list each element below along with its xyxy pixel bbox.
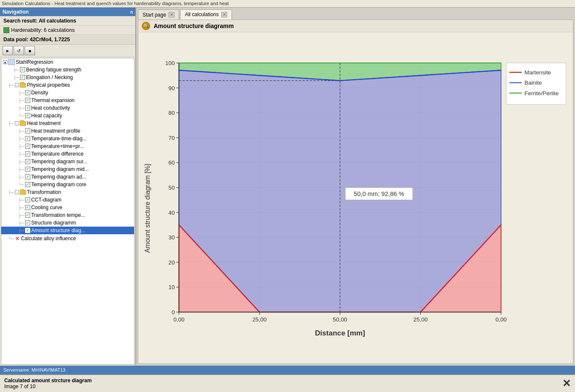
connector-transformation: ├─: [8, 190, 14, 195]
checkbox-temper-mid[interactable]: [25, 167, 30, 172]
tree-item-heat-treatment[interactable]: ├─ - Heat treatment: [1, 119, 134, 127]
svg-text:10: 10: [169, 284, 175, 290]
svg-text:20: 20: [169, 259, 175, 266]
data-pool: Data pool: 42CrMo4, 1.7225: [0, 35, 135, 45]
connector-amount-struct: ├─: [18, 228, 24, 233]
tree-item-heat-cap[interactable]: └─ Heat capacity: [1, 112, 134, 119]
label-transformation: Transformation: [27, 189, 61, 195]
legend-bainite-label: Bainite: [524, 80, 542, 86]
label-cct: CCT-diagram: [31, 197, 61, 203]
tab-start-close[interactable]: ✕: [169, 12, 175, 17]
checkbox-trans-temp[interactable]: [25, 213, 30, 218]
label-cooling: Cooling curve: [31, 205, 62, 210]
chart-area: 🔍 Amount structure diagramm Amount struc…: [138, 20, 573, 364]
checkbox-amount-struct[interactable]: [25, 228, 30, 233]
svg-text:25,00: 25,00: [413, 316, 428, 323]
tree-item-transformation[interactable]: ├─ - Transformation: [1, 188, 134, 196]
checkbox-cooling[interactable]: [25, 205, 30, 210]
expand-physical[interactable]: -: [15, 83, 19, 87]
checkbox-thermal[interactable]: [25, 98, 30, 103]
checkbox-temper-core[interactable]: [25, 182, 30, 187]
toolbar-btn-1[interactable]: ►: [3, 46, 13, 55]
connector-cooling: ├─: [18, 205, 24, 210]
tab-all-calc[interactable]: All calculations ✕: [180, 9, 232, 20]
label-amount-struct: Amount structure diag...: [31, 227, 85, 233]
tree-item-temper-sur[interactable]: ├─ Tempering diagram sur...: [1, 158, 134, 165]
checkbox-temper-sur[interactable]: [25, 159, 30, 164]
tree-item-cooling[interactable]: ├─ Cooling curve: [1, 204, 134, 211]
connector-cct: ├─: [18, 198, 24, 202]
checkbox-heat-prof[interactable]: [25, 128, 30, 134]
hardenability-label: Hardenability: 6 calculations: [11, 27, 74, 33]
svg-text:25,00: 25,00: [252, 316, 267, 323]
label-temper-ad: Tempering diagram ad...: [31, 174, 86, 180]
checkbox-temp-pr[interactable]: [25, 144, 30, 149]
label-temper-core: Tempering diagram core: [31, 182, 86, 187]
tree-item-structure[interactable]: ├─ Structure diagramm: [1, 219, 134, 227]
checkbox-elongation[interactable]: [20, 75, 25, 80]
toolbar-btn-3[interactable]: ■: [25, 46, 35, 55]
tree-item-density[interactable]: ├─ Density: [1, 89, 134, 97]
tree-item-temper-core[interactable]: └─ Tempering diagram core: [1, 181, 134, 188]
label-bending: Bending fatigue strength: [26, 67, 81, 73]
tree-item-elongation[interactable]: ├─ Elongation / Necking: [1, 74, 134, 81]
tree-container: ▲ StahlRegression ├─ Bending fatigue str…: [1, 58, 134, 365]
svg-text:90: 90: [169, 85, 175, 91]
checkbox-temp-time[interactable]: [25, 136, 30, 141]
tab-all-calc-close[interactable]: ✕: [221, 12, 227, 17]
calc-alloy-icon: ✕: [15, 235, 20, 242]
checkbox-density[interactable]: [25, 90, 30, 95]
svg-text:0,00: 0,00: [173, 316, 184, 323]
tree-item-temp-diff[interactable]: ├─ Temperature difference: [1, 150, 134, 158]
connector-heat-prof: ├─: [18, 129, 24, 134]
tree-item-thermal[interactable]: ├─ Thermal expansion: [1, 97, 134, 104]
tree-item-temper-mid[interactable]: ├─ Tempering diagram mid...: [1, 165, 134, 173]
checkbox-heat-cap[interactable]: [25, 113, 30, 118]
connector-structure: ├─: [18, 221, 24, 225]
expand-transformation[interactable]: -: [15, 190, 19, 194]
tree-item-heat-prof[interactable]: ├─ Heat treatment profile: [1, 127, 134, 135]
tree-item-trans-temp[interactable]: ├─ Transformation tempe...: [1, 211, 134, 219]
server-name: Servername: MH\NAVIMAT13: [3, 367, 66, 372]
checkbox-temper-ad[interactable]: [25, 174, 30, 179]
svg-text:40: 40: [169, 210, 175, 216]
checkbox-temp-diff[interactable]: [25, 151, 30, 156]
nav-pin[interactable]: n: [130, 10, 133, 14]
tab-start[interactable]: Start page ✕: [138, 9, 179, 20]
label-temper-mid: Tempering diagram mid...: [31, 166, 89, 172]
close-button[interactable]: ✕: [562, 378, 571, 389]
connector-thermal: ├─: [18, 98, 24, 103]
connector-temp-pr: ├─: [18, 144, 24, 149]
tree-root[interactable]: ▲ StahlRegression: [1, 58, 134, 66]
connector-temper-sur: ├─: [18, 159, 24, 164]
data-pool-label: Data pool: 42CrMo4, 1.7225: [3, 37, 70, 43]
svg-text:70: 70: [169, 135, 175, 141]
y-axis: 0 10 20 30 40 50 60 70 80 90 100: [165, 60, 175, 315]
tree-item-bending[interactable]: ├─ Bending fatigue strength: [1, 66, 134, 74]
connector-temper-ad: ├─: [18, 175, 24, 179]
checkbox-cct[interactable]: [25, 197, 30, 202]
checkbox-structure[interactable]: [25, 220, 30, 225]
checkbox-heat-cond[interactable]: [25, 105, 30, 111]
label-heat-cond: Heat conductivity: [31, 105, 70, 111]
tree-item-temper-ad[interactable]: ├─ Tempering diagram ad...: [1, 173, 134, 181]
toolbar-btn-2[interactable]: ↺: [14, 46, 24, 55]
tree-root-expand[interactable]: ▲: [3, 60, 7, 64]
chart-title-bar: 🔍 Amount structure diagramm: [138, 20, 573, 32]
tab-start-label: Start page: [143, 12, 166, 18]
tree-item-physical[interactable]: ├─ - Physical properties: [1, 81, 134, 89]
tree-item-amount-struct[interactable]: ├─ Amount structure diag...: [1, 227, 134, 234]
content-area: Navigation n Search result: All calculat…: [0, 8, 575, 366]
tree-item-temp-time[interactable]: ├─ Temperature-time-diag...: [1, 135, 134, 142]
expand-heat-treatment[interactable]: -: [15, 121, 19, 125]
connector-heat-cond: ├─: [18, 106, 24, 111]
checkbox-bending[interactable]: [20, 67, 25, 72]
tree-item-temp-pr[interactable]: ├─ Temperature+time+pr...: [1, 142, 134, 150]
tree-item-heat-cond[interactable]: ├─ Heat conductivity: [1, 104, 134, 112]
svg-text:100: 100: [165, 60, 175, 66]
label-heat-treatment: Heat treatment: [27, 120, 60, 126]
connector-physical: ├─: [8, 83, 14, 88]
tree-item-cct[interactable]: ├─ CCT-diagram: [1, 196, 134, 204]
tree-item-calc-alloy[interactable]: └─ ✕ Calculate alloy influence: [1, 234, 134, 243]
chart-title-icon: 🔍: [142, 22, 150, 30]
